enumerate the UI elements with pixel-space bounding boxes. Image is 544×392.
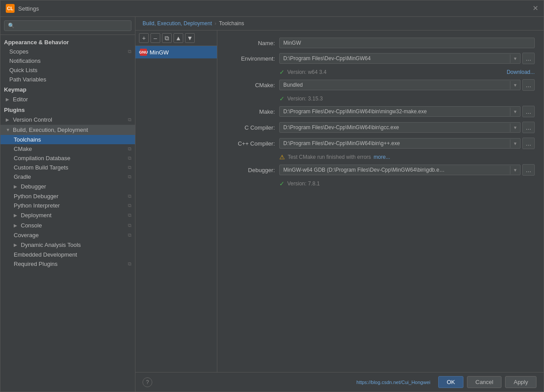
cmake-browse-button[interactable]: …	[522, 79, 535, 91]
sidebar-item-build-execution[interactable]: ▼ Build, Execution, Deployment	[0, 125, 135, 135]
deployment-copy-icon: ⧉	[128, 212, 131, 218]
sidebar-item-toolchains[interactable]: Toolchains	[0, 135, 135, 144]
breadcrumb-parent[interactable]: Build, Execution, Deployment	[143, 20, 212, 27]
status-url: https://blog.csdn.net/Cui_Hongwei	[356, 380, 430, 385]
debugger-browse-button[interactable]: …	[522, 164, 535, 176]
breadcrumb-separator: ›	[215, 20, 216, 27]
debugger-arrow-icon: ▶	[14, 184, 19, 189]
add-toolchain-button[interactable]: +	[139, 33, 149, 43]
cpp-compiler-select[interactable]: D:\Program Files\Dev-Cpp\MinGW64\bin\g++…	[279, 138, 521, 149]
cpp-compiler-browse-button[interactable]: …	[522, 138, 535, 149]
custom-build-copy-icon: ⧉	[128, 165, 131, 170]
toolchains-toolbar: + – ⧉ ▲ ▼	[135, 31, 217, 46]
sidebar-item-keymap[interactable]: Keymap	[0, 84, 135, 94]
make-label: Make:	[226, 108, 275, 115]
cmake-row: CMake: Bundled ▼ …	[226, 79, 535, 91]
close-button[interactable]: ✕	[532, 5, 538, 12]
sidebar-item-cmake[interactable]: CMake ⧉	[0, 144, 135, 154]
sidebar-item-coverage[interactable]: Coverage ⧉	[0, 231, 135, 240]
environment-dropdown-icon: ▼	[510, 54, 520, 63]
environment-version-row: ✓ Version: w64 3.4 Download...	[226, 69, 535, 76]
c-compiler-row: C Compiler: D:\Program Files\Dev-Cpp\Min…	[226, 122, 535, 133]
debugger-value: MinGW-w64 GDB (D:\Program Files\Dev-Cpp\…	[280, 165, 510, 175]
environment-select[interactable]: D:\Program Files\Dev-Cpp\MinGW64 ▼	[279, 53, 521, 64]
apply-button[interactable]: Apply	[505, 376, 536, 388]
sidebar-item-compilation-database[interactable]: Compilation Database ⧉	[0, 154, 135, 163]
make-row: Make: D:\Program Files\Dev-Cpp\MinGW64\b…	[226, 106, 535, 117]
environment-browse-button[interactable]: …	[522, 53, 535, 64]
dynamic-analysis-arrow-icon: ▶	[14, 242, 19, 247]
sidebar-item-path-variables[interactable]: Path Variables	[0, 75, 135, 84]
sidebar-item-quick-lists[interactable]: Quick Lists	[0, 65, 135, 75]
debugger-row: Debugger: MinGW-w64 GDB (D:\Program File…	[226, 164, 535, 176]
settings-form: Name: Environment: D:\Program Files\Dev-…	[217, 31, 544, 372]
sidebar-item-required-plugins[interactable]: Required Plugins ⧉	[0, 259, 135, 269]
cancel-button[interactable]: Cancel	[467, 376, 502, 388]
sidebar-item-editor[interactable]: ▶ Editor	[0, 94, 135, 104]
move-down-toolchain-button[interactable]: ▼	[185, 33, 195, 43]
ok-button[interactable]: OK	[438, 376, 463, 388]
cpp-compiler-row: C++ Compiler: D:\Program Files\Dev-Cpp\M…	[226, 138, 535, 149]
required-plugins-copy-icon: ⧉	[128, 261, 131, 267]
left-panel: Appearance & Behavior Scopes ⧉ Notificat…	[0, 17, 135, 392]
name-row: Name:	[226, 38, 535, 48]
make-browse-button[interactable]: …	[522, 106, 535, 117]
sidebar-item-custom-build-targets[interactable]: Custom Build Targets ⧉	[0, 163, 135, 172]
sidebar-item-appearance[interactable]: Appearance & Behavior	[0, 37, 135, 47]
sidebar-item-debugger[interactable]: ▶ Debugger	[0, 181, 135, 192]
toolchains-list: GNU MinGW	[135, 46, 217, 372]
debugger-check-icon: ✓	[279, 180, 285, 187]
dialog-title: Settings	[18, 5, 39, 12]
copy-toolchain-button[interactable]: ⧉	[162, 33, 172, 43]
python-interpreter-copy-icon: ⧉	[128, 203, 131, 208]
sidebar-item-plugins[interactable]: Plugins	[0, 104, 135, 115]
sidebar-item-python-debugger[interactable]: Python Debugger ⧉	[0, 192, 135, 201]
sidebar: Appearance & Behavior Scopes ⧉ Notificat…	[0, 35, 135, 392]
debugger-version: Version: 7.8.1	[287, 181, 320, 187]
bottom-bar: ? https://blog.csdn.net/Cui_Hongwei OK C…	[135, 372, 544, 392]
sidebar-item-dynamic-analysis[interactable]: ▶ Dynamic Analysis Tools	[0, 240, 135, 250]
search-box	[0, 17, 135, 35]
remove-toolchain-button[interactable]: –	[150, 33, 160, 43]
debugger-select[interactable]: MinGW-w64 GDB (D:\Program Files\Dev-Cpp\…	[279, 165, 521, 175]
c-compiler-select[interactable]: D:\Program Files\Dev-Cpp\MinGW64\bin\gcc…	[279, 122, 521, 133]
sidebar-item-notifications[interactable]: Notifications	[0, 56, 135, 65]
sidebar-item-console[interactable]: ▶ Console ⧉	[0, 220, 135, 231]
download-link[interactable]: Download...	[507, 69, 535, 75]
sidebar-item-gradle[interactable]: Gradle ⧉	[0, 172, 135, 181]
cpp-compiler-label: C++ Compiler:	[226, 140, 275, 147]
cmake-check-icon: ✓	[279, 95, 285, 102]
toolchain-item-mingw[interactable]: GNU MinGW	[135, 46, 217, 58]
c-compiler-dropdown-icon: ▼	[510, 123, 520, 132]
environment-check-icon: ✓	[279, 69, 285, 76]
cmake-dropdown-icon: ▼	[510, 81, 520, 89]
sidebar-item-embedded-development[interactable]: Embedded Development	[0, 250, 135, 259]
cmake-select[interactable]: Bundled ▼	[279, 80, 521, 90]
environment-version: Version: w64 3.4	[287, 69, 327, 75]
title-bar: CL Settings ✕	[0, 0, 544, 17]
environment-row: Environment: D:\Program Files\Dev-Cpp\Mi…	[226, 53, 535, 64]
cpp-compiler-dropdown-icon: ▼	[510, 139, 520, 148]
name-input[interactable]	[279, 38, 535, 48]
cmake-version: Version: 3.15.3	[287, 96, 323, 102]
dialog-body: Appearance & Behavior Scopes ⧉ Notificat…	[0, 17, 544, 392]
version-control-copy-icon: ⧉	[128, 117, 131, 123]
help-button[interactable]: ?	[143, 377, 152, 387]
cmake-label: CMake:	[226, 82, 275, 88]
sidebar-item-version-control[interactable]: ▶ Version Control ⧉	[0, 115, 135, 125]
editor-arrow-icon: ▶	[6, 97, 11, 102]
sidebar-item-deployment[interactable]: ▶ Deployment ⧉	[0, 210, 135, 220]
c-compiler-browse-button[interactable]: …	[522, 122, 535, 133]
search-input[interactable]	[4, 20, 131, 31]
debugger-label: Debugger:	[226, 167, 275, 173]
cmake-warning-link[interactable]: more...	[374, 154, 390, 160]
make-value: D:\Program Files\Dev-Cpp\MinGW64\bin\min…	[280, 107, 510, 116]
make-select[interactable]: D:\Program Files\Dev-Cpp\MinGW64\bin\min…	[279, 106, 521, 117]
app-icon: CL	[6, 4, 15, 13]
sidebar-item-scopes[interactable]: Scopes ⧉	[0, 47, 135, 56]
coverage-copy-icon: ⧉	[128, 232, 131, 238]
toolchains-area: + – ⧉ ▲ ▼ GNU MinGW	[135, 31, 544, 372]
move-up-toolchain-button[interactable]: ▲	[174, 33, 183, 43]
sidebar-item-python-interpreter[interactable]: Python Interpreter ⧉	[0, 201, 135, 210]
cpp-compiler-value: D:\Program Files\Dev-Cpp\MinGW64\bin\g++…	[280, 138, 510, 148]
